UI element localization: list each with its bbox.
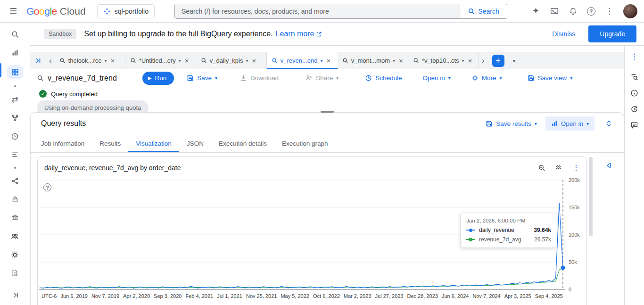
close-tab-icon[interactable]: × <box>399 57 403 65</box>
settings-gear-icon[interactable] <box>7 248 23 261</box>
tab-caret-icon[interactable]: ▾ <box>105 58 107 63</box>
share-button[interactable]: Share ▾ <box>299 74 345 82</box>
gemini-sparkle-icon[interactable] <box>532 7 540 15</box>
results-scrollbar[interactable] <box>589 157 593 236</box>
chart-plot-area[interactable]: ? Jan 2, 2026, 6:00:00 PM daily_revenue … <box>39 180 565 290</box>
tab-caret-icon[interactable]: ▾ <box>462 58 464 63</box>
query-tab-active[interactable]: v_reven...end ▾ × <box>267 52 338 69</box>
tab-execution-graph[interactable]: Execution graph <box>274 134 336 152</box>
query-tab[interactable]: *Untitled...ery ▾ × <box>125 52 196 69</box>
notifications-bell-icon[interactable] <box>569 7 577 16</box>
results-open-in-button[interactable]: Open in ▾ <box>545 116 594 131</box>
compose-new-query-button[interactable]: + <box>492 55 504 67</box>
chart-card: daily_revenue, revenue_7d_avg by order_d… <box>37 157 587 305</box>
explorer-search-icon[interactable] <box>7 28 23 41</box>
tooltip-timestamp: Jan 2, 2026, 6:00:00 PM <box>466 218 551 223</box>
close-tab-icon[interactable]: × <box>111 57 115 65</box>
pipelines-icon[interactable] <box>7 112 23 124</box>
info-panel-icon[interactable] <box>630 89 638 97</box>
dismiss-button[interactable]: Dismiss <box>552 30 575 38</box>
chart-zoom-icon[interactable] <box>538 164 545 172</box>
expand-nav-icon[interactable] <box>7 289 23 301</box>
tab-caret-icon[interactable]: ▾ <box>246 58 248 63</box>
hamburger-menu-icon[interactable]: ☰ <box>7 6 20 16</box>
close-tab-icon[interactable]: × <box>185 57 189 65</box>
governance-lock-icon[interactable] <box>7 193 23 206</box>
query-tab[interactable]: thelook...rce ▾ × <box>55 52 125 69</box>
caret-down-icon: ▾ <box>570 75 572 81</box>
expand-results-icon[interactable] <box>605 120 612 127</box>
scheduled-queries-icon[interactable] <box>7 130 23 142</box>
open-in-button[interactable]: Open in ▾ <box>416 74 456 82</box>
run-button[interactable]: ▶ Run <box>142 72 174 85</box>
query-tab-icon <box>59 58 66 64</box>
tab-caret-icon[interactable]: ▾ <box>393 58 395 63</box>
results-header: Query results Save results ▾ Open in ▾ <box>31 113 624 134</box>
avatar[interactable] <box>623 4 637 18</box>
query-tab-icon <box>201 58 207 64</box>
x-axis-tick-label: May 5, 2022 <box>281 293 309 299</box>
data-transfers-icon[interactable]: ⇄ <box>7 93 23 106</box>
run-label: Run <box>155 74 166 82</box>
more-button[interactable]: More ▾ <box>465 74 508 82</box>
explorer-panel-icon[interactable] <box>630 73 638 81</box>
monitoring-icon[interactable] <box>7 148 23 161</box>
logo-cloud-text: Cloud <box>60 6 86 17</box>
close-tab-icon[interactable]: × <box>252 57 256 65</box>
more-options-icon[interactable]: ⋮ <box>605 7 613 15</box>
tab-overflow-caret-icon[interactable]: ▾ <box>509 58 520 64</box>
close-tab-icon[interactable]: × <box>468 57 472 65</box>
tab-label: thelook...rce <box>68 57 102 64</box>
tab-execution-details[interactable]: Execution details <box>211 134 274 152</box>
query-history-icon[interactable] <box>630 105 638 113</box>
daily-revenue-marker-icon <box>466 230 475 231</box>
schedule-button[interactable]: Schedule <box>359 74 408 82</box>
sql-workspace-icon[interactable] <box>7 65 23 79</box>
scroll-tabs-right-icon[interactable]: › <box>479 52 487 69</box>
analytics-hub-icon[interactable] <box>7 175 23 187</box>
results-resize-handle[interactable] <box>321 111 334 113</box>
query-results-panel: Query results Save results ▾ Open in ▾ <box>30 112 624 305</box>
capacity-icon[interactable] <box>7 212 23 224</box>
chat-panel-icon[interactable] <box>630 121 638 129</box>
query-tab[interactable]: *v_top10...cts ▾ × <box>408 52 479 69</box>
download-button[interactable]: Download <box>234 74 285 82</box>
rail-more-icon[interactable]: ⋮ <box>630 52 638 62</box>
save-button[interactable]: Save ▾ <box>181 74 223 82</box>
help-icon[interactable]: ? <box>587 7 595 16</box>
upgrade-button[interactable]: Upgrade <box>588 25 636 42</box>
tab-label: *v_top10...cts <box>422 57 459 64</box>
query-tab[interactable]: v_mont...mom ▾ × <box>338 52 408 69</box>
tab-visualization[interactable]: Visualization <box>128 134 179 152</box>
scroll-tabs-left-icon[interactable]: ‹ <box>46 52 55 69</box>
tab-results[interactable]: Results <box>92 134 128 152</box>
save-results-button[interactable]: Save results ▾ <box>486 120 537 127</box>
save-view-button[interactable]: Save view ▾ <box>521 74 579 82</box>
tab-caret-icon[interactable]: ▾ <box>179 58 181 63</box>
tab-job-information[interactable]: Job information <box>33 134 92 152</box>
y-axis-tick-label: 150k <box>569 205 580 210</box>
collapse-chart-pane-icon[interactable] <box>605 162 612 169</box>
insights-icon[interactable] <box>7 47 23 59</box>
logo-letter: o <box>34 6 39 17</box>
partners-users-icon[interactable] <box>7 230 23 242</box>
collapse-editor-icon[interactable] <box>30 52 46 69</box>
learn-more-link[interactable]: Learn more <box>276 30 322 38</box>
release-docs-icon[interactable] <box>7 267 23 279</box>
tab-json[interactable]: JSON <box>179 134 211 152</box>
project-selector[interactable]: sql-portfolio <box>97 4 155 18</box>
query-tab[interactable]: v_daily_kpis ▾ × <box>196 52 267 69</box>
chart-style-icon[interactable] <box>555 164 563 171</box>
tab-caret-icon[interactable]: ▾ <box>320 58 322 63</box>
query-title: v_revenue_7d_trend <box>48 74 117 82</box>
chart-more-icon[interactable]: ⋮ <box>572 163 580 172</box>
search-button[interactable]: Search <box>460 4 507 18</box>
close-tab-icon[interactable]: × <box>326 57 330 65</box>
editor-tab-bar: ‹ thelook...rce ▾ × *Untitled...ery ▾ × <box>30 52 624 69</box>
chart-help-icon[interactable]: ? <box>43 183 51 191</box>
cloud-shell-icon[interactable] <box>550 7 559 15</box>
search-field[interactable] <box>175 4 460 18</box>
chart-title: daily_revenue, revenue_7d_avg by order_d… <box>44 164 538 172</box>
search-input[interactable] <box>181 7 454 16</box>
caret-down-icon: ▾ <box>215 75 217 81</box>
